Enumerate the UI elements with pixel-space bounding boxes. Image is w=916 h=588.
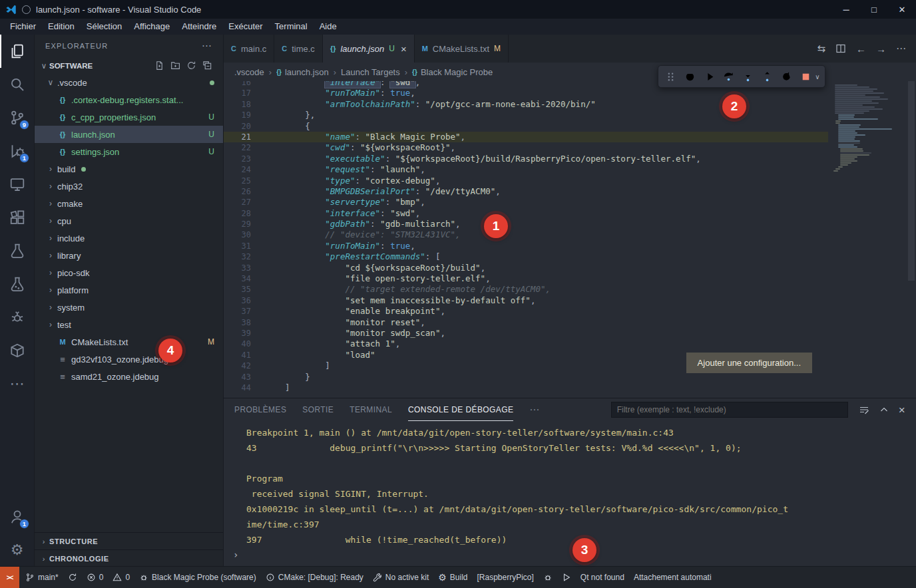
menu-executer[interactable]: Exécuter: [222, 19, 268, 35]
activity-manage-settings[interactable]: ⚙: [0, 533, 34, 567]
split-editor-icon[interactable]: [835, 43, 846, 54]
activity-accounts[interactable]: 1: [0, 500, 34, 533]
tree-item-ccpppropertiesjson[interactable]: {}c_cpp_properties.jsonU: [35, 108, 223, 126]
collapse-folders-icon[interactable]: [202, 61, 212, 71]
status-launch-button[interactable]: [557, 573, 576, 582]
status-active-kit[interactable]: No active kit: [368, 573, 433, 582]
stop-button[interactable]: [797, 68, 815, 85]
code-line-33[interactable]: 33 "cd ${workspaceRoot}/build",: [224, 263, 828, 273]
activity-debug-extension[interactable]: [0, 301, 34, 334]
menu-affichage[interactable]: Affichage: [128, 19, 176, 35]
status-git-branch[interactable]: main*: [21, 573, 63, 582]
panel-tab-problemes[interactable]: PROBLÈMES: [234, 398, 286, 421]
tree-item-chip32[interactable]: ›chip32: [35, 178, 223, 195]
project-section-header[interactable]: ∨ SOFTWARE: [35, 57, 223, 74]
code-line-20[interactable]: 20 {: [224, 121, 828, 132]
tree-item-vscode[interactable]: ∨.vscode: [35, 74, 223, 91]
tree-item-cpu[interactable]: ›cpu: [35, 212, 223, 229]
status-debug-target[interactable]: Black Magic Probe (software): [134, 573, 261, 582]
sidebar-more-actions-icon[interactable]: ⋯: [202, 40, 212, 52]
status-cmake-status[interactable]: CMake: [Debug]: Ready: [261, 573, 368, 582]
more-editor-actions-icon[interactable]: ⋯: [896, 43, 906, 55]
tree-item-cmakeliststxt[interactable]: MCMakeLists.txtM: [35, 333, 223, 351]
tree-item-settingsjson[interactable]: {}settings.jsonU: [35, 143, 223, 160]
status-sync-changes[interactable]: [63, 573, 82, 582]
code-line-24[interactable]: 24 "request": "launch",: [224, 164, 828, 175]
tab-timec[interactable]: Ctime.c: [274, 35, 323, 63]
navigate-back-icon[interactable]: ←: [856, 43, 866, 55]
code-line-35[interactable]: 35 // "target extended-remote /dev/ttyAC…: [224, 284, 828, 295]
code-line-27[interactable]: 27 "servertype": "bmp",: [224, 197, 828, 208]
tab-mainc[interactable]: Cmain.c: [224, 35, 274, 63]
tree-item-cmake[interactable]: ›cmake: [35, 195, 223, 212]
close-window-button[interactable]: ✕: [888, 0, 916, 19]
code-line-26[interactable]: 26 "BMPGDBSerialPort": "/dev/ttyACM0",: [224, 186, 828, 197]
minimap[interactable]: [828, 81, 907, 398]
minimize-button[interactable]: ─: [832, 0, 860, 19]
activity-cmake-tools[interactable]: [0, 334, 34, 367]
status-debug-button[interactable]: [539, 573, 557, 582]
continue-button[interactable]: [700, 68, 718, 85]
code-line-25[interactable]: 25 "type": "cortex-debug",: [224, 176, 828, 186]
console-filter-input[interactable]: [611, 402, 848, 418]
activity-explorer[interactable]: [0, 35, 34, 68]
code-line-39[interactable]: 39 "monitor swdp_scan",: [224, 328, 828, 339]
status-warnings[interactable]: 0: [108, 573, 134, 582]
tab-cmakeliststxt[interactable]: MCMakeLists.txtM: [415, 35, 509, 63]
open-changes-icon[interactable]: ⇆: [817, 43, 825, 55]
code-line-28[interactable]: 28 "interface": "swd",: [224, 208, 828, 219]
activity-test-explorer[interactable]: [0, 267, 34, 301]
activity-search[interactable]: [0, 68, 34, 101]
code-line-30[interactable]: 30 // "device": "STM32L431VC",: [224, 229, 828, 240]
tree-item-system[interactable]: ›system: [35, 299, 223, 316]
panel-more-actions-icon[interactable]: ⋯: [529, 404, 539, 416]
breadcrumb-item-launchjson[interactable]: {}launch.json: [276, 67, 329, 77]
section-chronologie[interactable]: ›CHRONOLOGIE: [35, 549, 223, 567]
code-line-31[interactable]: 31 "runToMain": true,: [224, 241, 828, 251]
tree-item-gd32vf103ozonejdebug[interactable]: ≡gd32vf103_ozone.jdebug: [35, 351, 223, 368]
step-into-button[interactable]: [739, 68, 757, 85]
new-file-icon[interactable]: [154, 61, 164, 71]
status-qt-status[interactable]: Qt not found: [576, 573, 629, 582]
disconnect-button[interactable]: [681, 68, 699, 85]
code-line-40[interactable]: 40 "attach 1",: [224, 339, 828, 349]
status-cmake-build[interactable]: ⚙Build: [433, 573, 472, 582]
menu-atteindre[interactable]: Atteindre: [176, 19, 222, 35]
activity-source-control[interactable]: 9: [0, 101, 34, 134]
toolbar-drag-handle[interactable]: [662, 68, 680, 85]
step-over-button[interactable]: [720, 68, 738, 85]
tree-item-launchjson[interactable]: {}launch.jsonU: [35, 126, 223, 143]
chevron-down-icon[interactable]: ∨: [813, 73, 821, 80]
menu-selection[interactable]: Sélection: [81, 19, 128, 35]
menu-terminal[interactable]: Terminal: [269, 19, 314, 35]
tree-item-include[interactable]: ›include: [35, 229, 223, 247]
panel-tab-consolededebogage[interactable]: CONSOLE DE DÉBOGAGE: [408, 398, 513, 421]
activity-testing[interactable]: [0, 234, 34, 267]
tree-item-samd21ozonejdebug[interactable]: ≡samd21_ozone.jdebug: [35, 368, 223, 385]
code-line-22[interactable]: 22 "cwd": "${workspaceRoot}",: [224, 142, 828, 153]
code-line-37[interactable]: 37 "enable breakpoint",: [224, 306, 828, 317]
breadcrumb-item-blackmagicprobe[interactable]: {}Black Magic Probe: [412, 67, 493, 77]
menu-fichier[interactable]: Fichier: [4, 19, 42, 35]
tree-item-picosdk[interactable]: ›pico-sdk: [35, 264, 223, 281]
activity-extensions[interactable]: [0, 201, 34, 234]
status-build-variant[interactable]: [RaspberryPico]: [472, 573, 538, 582]
status-errors[interactable]: 0: [82, 573, 109, 582]
code-line-43[interactable]: 43 }: [224, 372, 828, 382]
panel-tab-terminal[interactable]: TERMINAL: [349, 398, 392, 421]
tree-item-platform[interactable]: ›platform: [35, 281, 223, 299]
code-line-38[interactable]: 38 "monitor reset",: [224, 317, 828, 328]
code-line-34[interactable]: 34 "file open-story-teller.elf",: [224, 273, 828, 284]
clear-console-icon[interactable]: [859, 404, 869, 415]
menu-aide[interactable]: Aide: [314, 19, 343, 35]
code-line-32[interactable]: 32 "preRestartCommands": [: [224, 251, 828, 262]
activity-run-and-debug[interactable]: 1: [0, 134, 34, 168]
tree-item-build[interactable]: ›build: [35, 160, 223, 178]
code-editor[interactable]: 16 "interface": "swd",17 "runToMain": tr…: [224, 81, 916, 398]
remote-indicator[interactable]: ><: [0, 567, 19, 588]
code-line-36[interactable]: 36 "set mem inaccessible-by-default off"…: [224, 295, 828, 306]
panel-tab-sortie[interactable]: SORTIE: [302, 398, 334, 421]
status-auto-attach[interactable]: Attachement automati: [629, 573, 716, 582]
tree-item-cortexdebugregistersstat[interactable]: {}.cortex-debug.registers.stat...: [35, 91, 223, 108]
close-panel-icon[interactable]: ×: [899, 404, 905, 416]
